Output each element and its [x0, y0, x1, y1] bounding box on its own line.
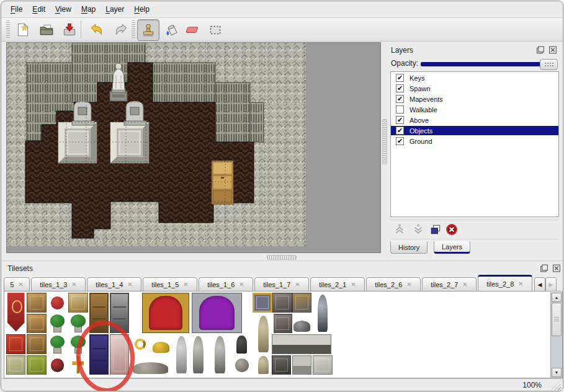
dock-tab-layers[interactable]: Layers [434, 241, 470, 254]
tile-parchment[interactable] [6, 355, 25, 375]
new-button[interactable]: ★ [12, 19, 34, 40]
layer-row-objects[interactable]: ✔Objects [391, 126, 558, 135]
stamp-tool-button[interactable] [137, 19, 159, 41]
checkmark-icon[interactable]: ✔ [396, 116, 404, 124]
layer-row-above[interactable]: ✔Above [391, 115, 558, 125]
tile-gray-chest[interactable] [272, 293, 292, 313]
tile-green-flag[interactable] [27, 355, 46, 375]
menu-help[interactable]: Help [129, 4, 154, 15]
opacity-slider[interactable] [421, 62, 556, 66]
menu-file[interactable]: File [6, 4, 27, 15]
tab-close-icon[interactable]: ✕ [462, 281, 467, 288]
tile-stone-pillar[interactable] [272, 355, 291, 375]
checkmark-icon[interactable]: ✔ [396, 95, 404, 103]
tile-bookshelf[interactable] [27, 334, 46, 354]
open-button[interactable] [36, 19, 57, 40]
tab-close-icon[interactable]: ✕ [18, 281, 23, 288]
toolbar-grip[interactable] [6, 20, 10, 38]
close-dock-icon[interactable] [552, 264, 561, 272]
tileset-tab-5[interactable]: 5✕ [4, 277, 30, 292]
tileset-tab-tiles_1_7[interactable]: tiles_1_7✕ [254, 277, 309, 292]
tile-red-banner[interactable] [6, 293, 25, 333]
vertical-splitter[interactable] [381, 42, 387, 253]
tile-demon-statue[interactable] [232, 334, 251, 354]
scroll-down-button[interactable]: ▼ [552, 368, 562, 377]
tileset-scrollbar[interactable]: ▲ ▼ [550, 292, 562, 378]
tile-fountain-pot[interactable] [232, 355, 251, 375]
checkbox-walkable[interactable] [396, 105, 404, 114]
checkmark-icon[interactable]: ✔ [396, 137, 404, 145]
menu-view[interactable]: View [50, 4, 76, 15]
tileset-tab-tiles_2_1[interactable]: tiles_2_1✕ [310, 277, 365, 292]
tile-gray-chest-2[interactable] [272, 314, 292, 334]
tab-close-icon[interactable]: ✕ [183, 281, 188, 288]
eraser-tool-button[interactable] [183, 19, 204, 40]
tab-close-icon[interactable]: ✕ [71, 281, 76, 288]
checkmark-icon[interactable]: ✔ [396, 74, 404, 82]
tile-gold-pile[interactable] [151, 334, 171, 354]
tab-close-icon[interactable]: ✕ [518, 280, 523, 287]
layer-row-ground[interactable]: ✔Ground [391, 136, 558, 146]
tileset-tab-tiles_1_5[interactable]: tiles_1_5✕ [143, 277, 197, 292]
tileset-tab-tiles_2_8[interactable]: tiles_2_8✕ [478, 275, 532, 292]
tile-king-portrait[interactable] [253, 293, 272, 313]
tile-palm-plant[interactable] [48, 314, 67, 334]
dock-tab-history[interactable]: History [390, 241, 427, 254]
tile-seal-bench[interactable] [48, 355, 67, 375]
tile-obelisk-small[interactable] [254, 355, 273, 375]
tile-purple-throne[interactable] [192, 293, 243, 333]
tile-red-throne[interactable] [142, 293, 189, 333]
layer-row-spawn[interactable]: ✔Spawn [391, 84, 558, 93]
tileset-tab-tiles_1_4[interactable]: tiles_1_4✕ [87, 277, 141, 292]
tab-close-icon[interactable]: ✕ [351, 281, 356, 288]
scrollbar-thumb[interactable] [552, 303, 562, 336]
save-button[interactable] [59, 19, 80, 40]
checkmark-icon[interactable]: ✔ [396, 84, 404, 92]
tab-scroll-left-button[interactable]: ◀ [534, 277, 545, 292]
map-canvas[interactable] [6, 42, 381, 253]
tileset-tab-tiles_1_6[interactable]: tiles_1_6✕ [199, 277, 253, 292]
tile-potted-palm[interactable] [48, 334, 67, 354]
tab-close-icon[interactable]: ✕ [406, 281, 411, 288]
fill-tool-button[interactable] [161, 19, 182, 40]
tab-close-icon[interactable]: ✕ [239, 281, 244, 288]
select-tool-button[interactable] [205, 19, 226, 40]
tile-loom[interactable] [27, 293, 46, 313]
tab-close-icon[interactable]: ✕ [295, 281, 300, 288]
tile-gargoyle-left[interactable] [189, 334, 208, 375]
resize-grip[interactable] [551, 380, 561, 390]
tile-armor-pile[interactable] [292, 314, 311, 334]
tileset-tab-tiles_1_3[interactable]: tiles_1_3✕ [31, 277, 86, 292]
menu-map[interactable]: Map [76, 4, 101, 15]
tile-ledge-base[interactable] [292, 355, 311, 375]
tileset-tab-tiles_2_7[interactable]: tiles_2_7✕ [422, 277, 477, 292]
tileset-tab-tiles_2_6[interactable]: tiles_2_6✕ [366, 277, 421, 292]
layer-row-mapevents[interactable]: ✔Mapevents [391, 94, 558, 104]
delete-layer-button[interactable] [445, 223, 459, 236]
tile-stone-ledge[interactable] [272, 334, 332, 354]
tile-silver-armor[interactable] [313, 293, 332, 333]
tile-rock-pile[interactable] [130, 355, 171, 375]
horizontal-splitter[interactable] [4, 253, 561, 261]
menu-edit[interactable]: Edit [27, 4, 50, 15]
close-dock-icon[interactable] [548, 45, 557, 53]
layer-row-keys[interactable]: ✔Keys [391, 73, 558, 82]
tile-red-cushion-stool[interactable] [48, 293, 67, 313]
move-layer-down-button[interactable] [411, 223, 425, 236]
layer-row-walkable[interactable]: Walkable [391, 105, 558, 114]
tile-stone-tile[interactable] [313, 355, 332, 375]
menu-layer[interactable]: Layer [101, 4, 129, 15]
scroll-up-button[interactable]: ▲ [552, 293, 562, 302]
tab-close-icon[interactable]: ✕ [127, 281, 132, 288]
redo-button[interactable] [111, 19, 132, 40]
tile-obelisk[interactable] [254, 314, 273, 354]
undo-button[interactable] [86, 19, 107, 40]
tile-gargoyle-right[interactable] [210, 334, 230, 375]
duplicate-layer-button[interactable] [429, 223, 442, 236]
float-dock-icon[interactable] [540, 264, 548, 272]
checkmark-icon[interactable]: ✔ [396, 127, 404, 135]
tile-mirror-dresser[interactable] [68, 293, 87, 313]
tile-loom-2[interactable] [27, 314, 46, 334]
float-dock-icon[interactable] [536, 45, 545, 53]
tile-wood-crate[interactable] [292, 293, 311, 313]
